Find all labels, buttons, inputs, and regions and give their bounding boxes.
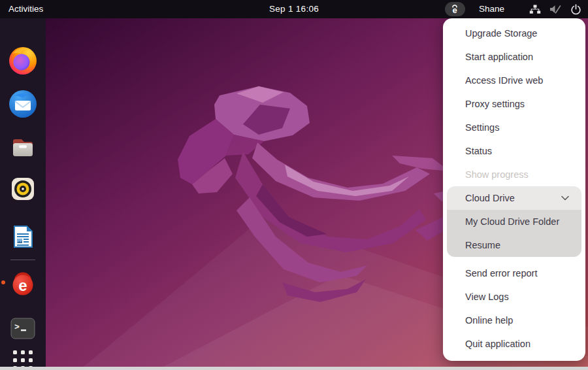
audio-muted-icon[interactable] (549, 5, 561, 14)
menu-item-start-application[interactable]: Start application (443, 45, 585, 69)
menu-item-access-idrive-web[interactable]: Access IDrive web (443, 69, 585, 92)
cloud-drive-label: Cloud Drive (465, 193, 515, 203)
menu-item-proxy-settings[interactable]: Proxy settings (443, 92, 585, 116)
menu-item-send-error-report[interactable]: Send error report (443, 261, 585, 285)
idrive-tray-icon: e (448, 3, 461, 16)
svg-text:e: e (18, 277, 27, 294)
menu-item-upgrade-storage[interactable]: Upgrade Storage (443, 22, 585, 45)
network-icon[interactable] (529, 5, 541, 14)
menu-item-cloud-drive[interactable]: Cloud Drive (447, 186, 581, 210)
cloud-drive-section: Cloud Drive My Cloud Drive Folder Resume (447, 186, 581, 257)
chevron-down-icon (561, 195, 569, 201)
username-label[interactable]: Shane (479, 0, 504, 18)
dock-item-terminal[interactable]: > (7, 312, 39, 344)
power-icon[interactable] (570, 4, 581, 15)
menu-item-quit-application[interactable]: Quit application (443, 332, 585, 356)
dock-item-rhythmbox[interactable] (7, 173, 39, 205)
menu-item-settings[interactable]: Settings (443, 116, 585, 139)
bottom-border (0, 367, 588, 370)
svg-text:>: > (14, 322, 20, 332)
firefox-icon (7, 44, 39, 76)
menu-item-view-logs[interactable]: View Logs (443, 285, 585, 309)
menu-item-status[interactable]: Status (443, 139, 585, 163)
system-tray: e Shane (445, 0, 581, 18)
menu-item-resume[interactable]: Resume (447, 233, 581, 257)
dock-item-libreoffice-writer[interactable] (7, 221, 39, 252)
idrive-icon: e (7, 267, 39, 298)
thunderbird-icon (7, 88, 39, 120)
files-folder-icon (7, 132, 39, 163)
top-bar: Activities Sep 1 16:06 e Shane (0, 0, 588, 18)
idrive-tray-menu: Upgrade Storage Start application Access… (443, 18, 585, 361)
libreoffice-writer-icon (7, 221, 39, 252)
dock-separator (10, 260, 35, 260)
menu-item-show-progress: Show progress (443, 163, 585, 186)
dock-item-thunderbird[interactable] (7, 88, 39, 120)
svg-text:e: e (453, 5, 457, 15)
ubuntu-desktop: Activities Sep 1 16:06 e Shane (0, 0, 588, 370)
idrive-tray-button[interactable]: e (445, 2, 465, 16)
dock-item-firefox[interactable] (7, 44, 39, 76)
dock: e > (0, 18, 46, 367)
terminal-icon: > (7, 312, 39, 344)
idrive-running-indicator (1, 280, 5, 284)
dock-item-files[interactable] (7, 132, 39, 163)
dock-item-idrive[interactable]: e (7, 267, 39, 298)
menu-item-online-help[interactable]: Online help (443, 309, 585, 332)
rhythmbox-icon (7, 173, 39, 205)
menu-item-my-cloud-drive-folder[interactable]: My Cloud Drive Folder (447, 210, 581, 233)
cloud-drive-submenu: My Cloud Drive Folder Resume (447, 210, 581, 257)
